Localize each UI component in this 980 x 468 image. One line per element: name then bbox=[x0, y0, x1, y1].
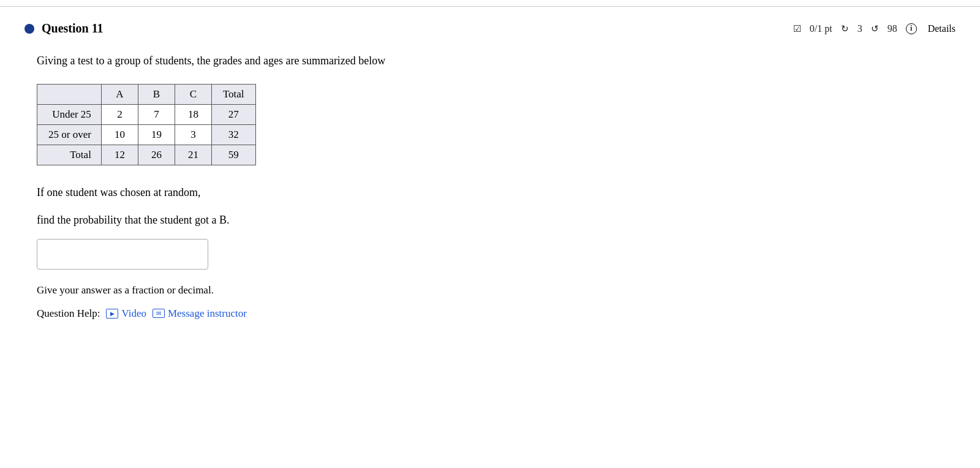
table-row-label-25over: 25 or over bbox=[37, 125, 102, 145]
answer-note: Give your answer as a fraction or decima… bbox=[37, 284, 956, 296]
table-cell-under25-b: 7 bbox=[138, 105, 175, 125]
table-cell-total-b: 26 bbox=[138, 145, 175, 165]
table-cell-total-c: 21 bbox=[175, 145, 211, 165]
table-cell-total-total: 59 bbox=[211, 145, 255, 165]
find-text: find the probability that the student go… bbox=[37, 211, 956, 229]
table-cell-under25-a: 2 bbox=[101, 105, 138, 125]
table-row-label-under25: Under 25 bbox=[37, 105, 102, 125]
video-icon: ▶ bbox=[106, 309, 118, 319]
table-cell-total-a: 12 bbox=[101, 145, 138, 165]
if-text: If one student was chosen at random, bbox=[37, 184, 956, 202]
question-container: Question 11 ☑ 0/1 pt ↻ 3 ↺ 98 i Details … bbox=[0, 6, 980, 344]
score-value: 0/1 pt bbox=[810, 23, 832, 34]
table-cell-25over-b: 19 bbox=[138, 125, 175, 145]
table-cell-25over-c: 3 bbox=[175, 125, 211, 145]
question-help: Question Help: ▶ Video ✉ Message instruc… bbox=[37, 308, 956, 320]
undo-count: 3 bbox=[858, 23, 862, 34]
table-row: Under 25 2 7 18 27 bbox=[37, 105, 256, 125]
answer-input[interactable] bbox=[37, 239, 208, 270]
info-icon: i bbox=[906, 23, 917, 34]
table-header-row: A B C Total bbox=[37, 85, 256, 105]
undo-icon[interactable]: ↻ bbox=[841, 23, 849, 34]
video-link[interactable]: ▶ Video bbox=[106, 308, 146, 320]
table-cell-under25-total: 27 bbox=[211, 105, 255, 125]
table-cell-25over-a: 10 bbox=[101, 125, 138, 145]
table-row-label-total: Total bbox=[37, 145, 102, 165]
table-header-c: C bbox=[175, 85, 211, 105]
intro-text: Giving a test to a group of students, th… bbox=[37, 53, 956, 69]
table-total-row: Total 12 26 21 59 bbox=[37, 145, 256, 165]
video-label: Video bbox=[121, 308, 146, 320]
redo-icon[interactable]: ↺ bbox=[871, 23, 879, 34]
table-header-b: B bbox=[138, 85, 175, 105]
data-table: A B C Total Under 25 2 7 18 27 25 or ove… bbox=[37, 84, 256, 165]
table-header-a: A bbox=[101, 85, 138, 105]
help-label: Question Help: bbox=[37, 308, 100, 320]
mail-icon: ✉ bbox=[153, 309, 165, 318]
table-cell-25over-total: 32 bbox=[211, 125, 255, 145]
question-title: Question 11 bbox=[24, 21, 104, 36]
question-meta: ☑ 0/1 pt ↻ 3 ↺ 98 i Details bbox=[793, 23, 956, 34]
score-icon: ☑ bbox=[793, 23, 801, 34]
table-row: 25 or over 10 19 3 32 bbox=[37, 125, 256, 145]
question-dot bbox=[24, 24, 34, 34]
message-instructor-label: Message instructor bbox=[168, 308, 247, 320]
question-body: Giving a test to a group of students, th… bbox=[24, 53, 956, 320]
message-instructor-link[interactable]: ✉ Message instructor bbox=[153, 308, 247, 320]
question-number: Question 11 bbox=[42, 21, 104, 36]
table-cell-under25-c: 18 bbox=[175, 105, 211, 125]
question-header: Question 11 ☑ 0/1 pt ↻ 3 ↺ 98 i Details bbox=[24, 21, 956, 36]
redo-count: 98 bbox=[888, 23, 897, 34]
details-link[interactable]: Details bbox=[928, 23, 956, 34]
table-header-empty bbox=[37, 85, 102, 105]
table-header-total: Total bbox=[211, 85, 255, 105]
